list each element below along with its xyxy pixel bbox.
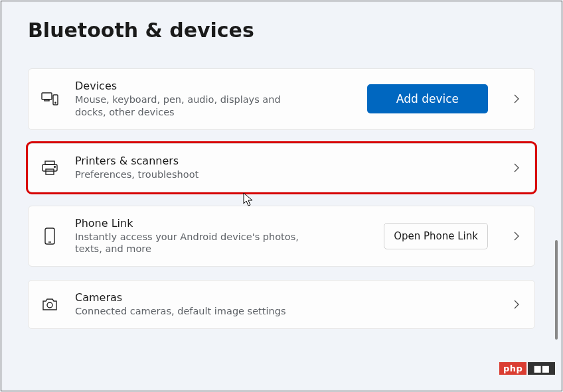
scrollbar[interactable] [555, 240, 558, 340]
devices-icon [40, 90, 59, 108]
phone-title: Phone Link [75, 217, 368, 229]
devices-desc: Mouse, keyboard, pen, audio, displays an… [75, 94, 301, 119]
cameras-desc: Connected cameras, default image setting… [75, 305, 301, 318]
svg-rect-6 [46, 169, 54, 174]
printers-scanners-card[interactable]: Printers & scanners Preferences, trouble… [28, 143, 535, 192]
chevron-right-icon [513, 231, 520, 241]
phone-icon [40, 227, 59, 245]
settings-card-list: Devices Mouse, keyboard, pen, audio, dis… [1, 68, 562, 329]
devices-title: Devices [75, 80, 351, 92]
printer-icon [40, 159, 59, 177]
open-phone-link-button[interactable]: Open Phone Link [384, 223, 488, 249]
svg-rect-1 [44, 99, 49, 101]
chevron-right-icon [513, 163, 520, 173]
devices-card[interactable]: Devices Mouse, keyboard, pen, audio, dis… [28, 68, 535, 130]
svg-rect-0 [42, 93, 52, 99]
cameras-title: Cameras [75, 291, 497, 304]
watermark-left: php [499, 362, 526, 375]
phone-link-card[interactable]: Phone Link Instantly access your Android… [28, 206, 535, 267]
svg-point-10 [47, 302, 52, 308]
chevron-right-icon [513, 94, 520, 104]
printers-title: Printers & scanners [75, 155, 497, 167]
chevron-right-icon [513, 299, 520, 310]
svg-point-7 [54, 166, 56, 167]
camera-icon [40, 295, 59, 314]
watermark: php ■■ [499, 362, 555, 375]
cameras-card[interactable]: Cameras Connected cameras, default image… [28, 280, 535, 329]
add-device-button[interactable]: Add device [367, 84, 488, 113]
watermark-right: ■■ [528, 362, 555, 375]
printers-desc: Preferences, troubleshoot [75, 168, 301, 181]
svg-point-3 [55, 103, 56, 103]
svg-rect-4 [45, 161, 54, 164]
page-title: Bluetooth & devices [1, 1, 562, 42]
phone-desc: Instantly access your Android device's p… [75, 231, 301, 256]
